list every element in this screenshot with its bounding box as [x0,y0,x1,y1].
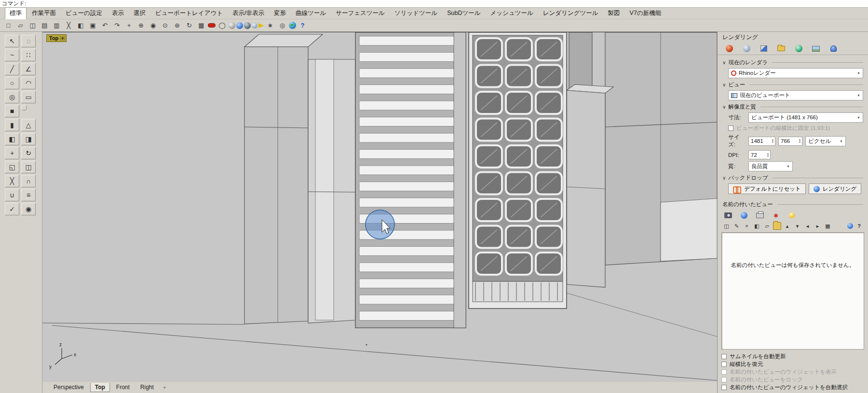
export-icon[interactable]: ▥ [51,20,62,30]
current-renderer-select[interactable]: Rhinoレンダー ▼ [728,68,863,78]
checkbox-box[interactable] [721,362,727,367]
edit-view-icon[interactable]: ✎ [732,222,741,230]
join-tool-icon[interactable]: ∪ [5,189,19,201]
menu-tab-standard[interactable]: 標準 [5,7,27,19]
viewport-menu-arrow-icon[interactable]: ▼ [60,36,65,41]
dimension-select[interactable]: ビューポート (1481 x 766) ▼ [748,112,863,123]
menu-visibility[interactable]: 表示/非表示 [228,8,269,19]
tab-strip-cross-icon[interactable]: + [163,384,166,391]
ellipse-tool-icon[interactable]: ◎ [5,91,19,103]
size-unit-select[interactable]: ピクセル ▼ [805,136,846,146]
section-header-current-renderer[interactable]: ∨ 現在のレンダラ [722,59,863,66]
move-down-icon[interactable]: ▾ [793,222,801,230]
materials-tab-icon-tab[interactable] [723,43,735,54]
move-up-icon[interactable]: ▴ [783,222,791,230]
rendered-view-icon[interactable] [236,22,243,29]
scale-tool-icon[interactable]: ◱ [5,161,19,173]
lightbulb-icon-button[interactable] [787,211,797,220]
shaded-view-icon[interactable] [229,22,235,29]
reset-to-default-button[interactable]: デフォルトにリセット [728,183,806,194]
help-icon[interactable]: ? [297,20,308,30]
delete-view-icon[interactable]: × [743,222,751,230]
menu-display[interactable]: 表示 [108,8,128,19]
split-tool-icon[interactable]: ∩ [21,175,36,187]
paste-icon[interactable]: ▣ [87,20,98,30]
duplicate-view-icon[interactable]: ◧ [753,222,761,230]
lock-aspect-checkbox[interactable] [728,126,733,131]
widget-icon[interactable]: ▦ [824,222,832,230]
viewport-tab-top[interactable]: Top [90,383,110,392]
slideshow-camera-icon-button[interactable] [723,211,733,220]
boolean-union-icon[interactable]: ◧ [5,133,19,145]
restore-aspect-checkbox[interactable]: 縦横比を復元 [721,360,864,368]
help-icon[interactable]: ? [855,222,863,230]
print-icon[interactable]: ▤ [39,20,50,30]
check-tool-icon[interactable]: ✓ [5,203,19,215]
zoom-extents-icon[interactable]: ⊙ [160,20,171,30]
menu-transform[interactable]: 変形 [270,8,290,19]
render-button[interactable]: レンダリング [809,183,862,194]
paintbrush-tab-icon-tab[interactable] [758,43,770,54]
spinner-arrows[interactable]: ▲▼ [799,139,801,143]
section-header-view[interactable]: ∨ ビュー [722,81,863,88]
checkbox-box[interactable] [721,385,727,390]
menu-mesh-tools[interactable]: メッシュツール [486,8,538,19]
burst-icon-button[interactable]: ∗ [771,211,781,220]
command-bar[interactable]: コマンド: [0,0,868,8]
show-widgets-checkbox[interactable]: 名前の付いたビューのウィジェットを表示 [721,368,864,376]
earth-globe-icon[interactable] [289,22,296,29]
raytrace-view-icon[interactable] [244,22,251,29]
section-header-resolution[interactable]: ∨ 解像度と質 [722,103,863,111]
boolean-difference-icon[interactable]: ◨ [21,133,36,145]
flag-icon[interactable] [258,23,264,28]
gumball-tool-icon[interactable]: ◉ [21,203,36,215]
folder-tab-icon-tab[interactable] [775,43,787,54]
auto-select-widget-checkbox[interactable]: 名前の付いたビューのウィジェットを自動選択 [721,383,864,391]
new-file-icon[interactable]: □ [3,20,14,30]
import-views-icon[interactable]: ▱ [763,222,771,230]
zoom-dynamic-icon[interactable]: ⊕ [136,20,147,30]
sphere-tool-icon[interactable] [21,105,27,111]
quality-select[interactable]: 良品質 ▼ [748,161,793,171]
open-file-icon[interactable]: ▱ [15,20,26,30]
render-view-icon[interactable] [847,223,853,229]
wireframe-view-icon[interactable] [252,23,258,28]
control-points-icon[interactable]: ∷ [21,49,36,61]
menu-drafting[interactable]: 製図 [604,8,624,19]
save-view-icon[interactable]: ◫ [722,222,731,230]
forward-icon[interactable]: ▸ [814,222,822,230]
named-views-list[interactable]: 名前の付いたビューは何も保存されていません。 [721,232,864,350]
polyline-tool-icon[interactable]: ∠ [21,63,36,75]
render-ball-icon-button[interactable] [739,211,749,220]
rotate-view-icon[interactable]: ↻ [184,20,195,30]
rendering-tab-icon-tab[interactable] [741,43,752,54]
checkbox-box[interactable] [721,377,727,382]
menu-viewport-layout[interactable]: ビューポートレイアウト [151,8,227,19]
trim-tool-icon[interactable]: ╳ [5,175,19,187]
viewport-tab-front[interactable]: Front [112,383,134,392]
dpi-input[interactable]: 72 ▲▼ [748,150,771,159]
viewport-tab-right[interactable]: Right [136,383,158,392]
checkbox-box[interactable] [721,369,727,375]
printer-icon-button[interactable] [755,211,765,220]
rectangle-tool-icon[interactable]: ▭ [21,91,36,103]
viewport-tab-perspective[interactable]: Perspective [49,383,88,392]
size-width-input[interactable]: 1481 ▲▼ [748,137,775,146]
cylinder-tool-icon[interactable]: ▮ [5,119,19,131]
back-icon[interactable]: ◂ [803,222,812,230]
selection-filter-icon[interactable]: ◯ [217,20,228,30]
box-tool-icon[interactable]: ■ [5,105,19,117]
arc-tool-icon[interactable]: ◠ [21,77,36,89]
target-icon[interactable]: ◎ [277,20,288,30]
menu-curve-tools[interactable]: 曲線ツール [291,8,330,19]
history-record-icon[interactable] [208,23,216,28]
copy-icon[interactable]: ◧ [75,20,86,30]
named-cplane-icon[interactable]: ▦ [196,20,207,30]
notification-tab-icon-tab[interactable] [827,43,839,54]
folder-views-icon[interactable] [773,222,781,230]
menu-v7-features[interactable]: V7の新機能 [625,8,666,19]
save-icon[interactable]: ◫ [27,20,38,30]
spinner-arrows[interactable]: ▲▼ [772,139,774,143]
view-select[interactable]: 現在のビューポート ▼ [728,90,863,100]
undo-icon[interactable]: ↶ [99,20,110,30]
